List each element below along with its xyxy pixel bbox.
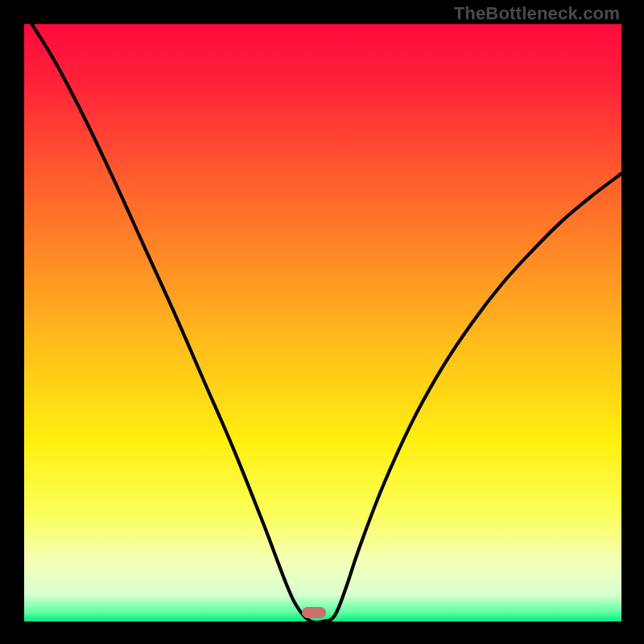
chart-frame: TheBottleneck.com [0, 0, 644, 644]
watermark-text: TheBottleneck.com [454, 3, 620, 24]
plot-area [24, 24, 621, 621]
optimal-marker [302, 607, 326, 618]
bottleneck-curve [24, 24, 621, 621]
